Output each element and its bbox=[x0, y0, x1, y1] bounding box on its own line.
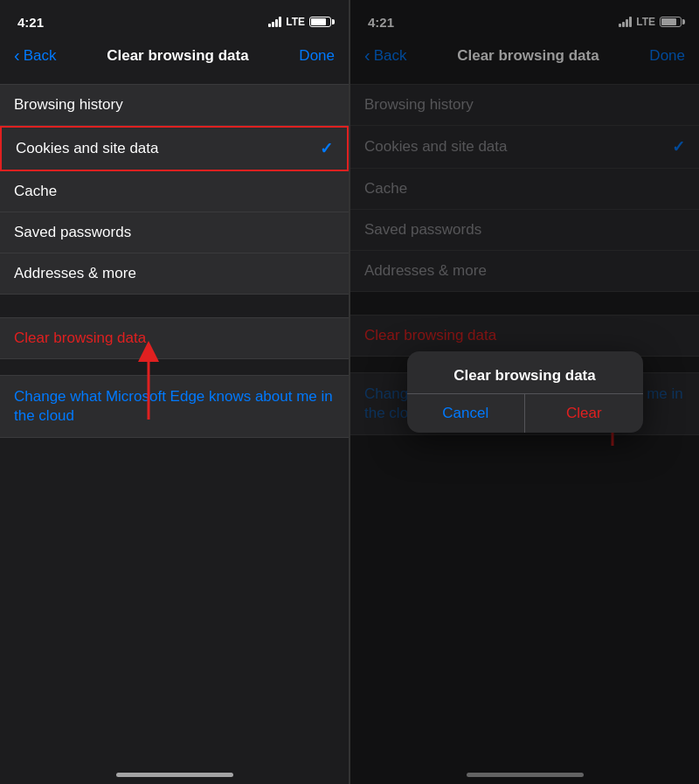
dialog-title: Clear browsing data bbox=[407, 351, 643, 393]
dialog-buttons: Cancel Clear bbox=[407, 393, 643, 433]
list-item-cookies-left[interactable]: Cookies and site data ✓ bbox=[0, 126, 349, 171]
status-bar-left: 4:21 LTE bbox=[0, 0, 349, 38]
item-label: Cache bbox=[14, 183, 57, 200]
list-item-cache-left[interactable]: Cache bbox=[0, 171, 349, 212]
list-item-browsing-history-left[interactable]: Browsing history bbox=[0, 84, 349, 126]
left-panel: 4:21 LTE ‹ Back Clear browsing data Done… bbox=[0, 0, 350, 784]
home-indicator-left bbox=[116, 773, 233, 777]
clear-section-left: Clear browsing data bbox=[0, 317, 349, 359]
list-item-passwords-left[interactable]: Saved passwords bbox=[0, 212, 349, 253]
status-icons-left: LTE bbox=[268, 16, 331, 28]
dialog-clear-button[interactable]: Clear bbox=[525, 394, 643, 433]
item-label: Saved passwords bbox=[14, 224, 131, 241]
battery-icon-left bbox=[309, 17, 331, 27]
right-panel-content: 4:21 LTE ‹ Back Clear browsing data Done bbox=[350, 0, 699, 784]
item-label: Browsing history bbox=[14, 96, 123, 114]
item-label: Cookies and site data bbox=[16, 140, 159, 157]
item-label: Addresses & more bbox=[14, 265, 136, 282]
page-title-left: Clear browsing data bbox=[107, 47, 248, 65]
checkmark-icon-left: ✓ bbox=[320, 139, 333, 158]
lte-label-left: LTE bbox=[286, 16, 305, 28]
section-gap-left bbox=[0, 295, 349, 310]
back-label-left: Back bbox=[24, 47, 57, 65]
signal-icon-left bbox=[268, 17, 281, 27]
chevron-left-icon-left: ‹ bbox=[14, 46, 20, 64]
dialog-cancel-button[interactable]: Cancel bbox=[407, 394, 526, 433]
dialog-overlay: Clear browsing data Cancel Clear bbox=[350, 0, 699, 784]
back-button-left[interactable]: ‹ Back bbox=[14, 47, 56, 65]
list-item-addresses-left[interactable]: Addresses & more bbox=[0, 253, 349, 295]
done-button-left[interactable]: Done bbox=[299, 47, 335, 65]
cloud-link-label-left: Change what Microsoft Edge knows about m… bbox=[14, 388, 333, 424]
nav-bar-left: ‹ Back Clear browsing data Done bbox=[0, 38, 349, 77]
right-panel: 4:21 LTE ‹ Back Clear browsing data Done bbox=[350, 0, 699, 784]
status-time-left: 4:21 bbox=[17, 15, 44, 30]
cloud-link-left[interactable]: Change what Microsoft Edge knows about m… bbox=[0, 375, 349, 438]
clear-data-dialog: Clear browsing data Cancel Clear bbox=[407, 351, 643, 433]
clear-btn-label-left: Clear browsing data bbox=[14, 330, 146, 347]
data-list-left: Browsing history Cookies and site data ✓… bbox=[0, 84, 349, 295]
clear-browsing-data-button-left[interactable]: Clear browsing data bbox=[0, 317, 349, 359]
cloud-section-left: Change what Microsoft Edge knows about m… bbox=[0, 375, 349, 438]
